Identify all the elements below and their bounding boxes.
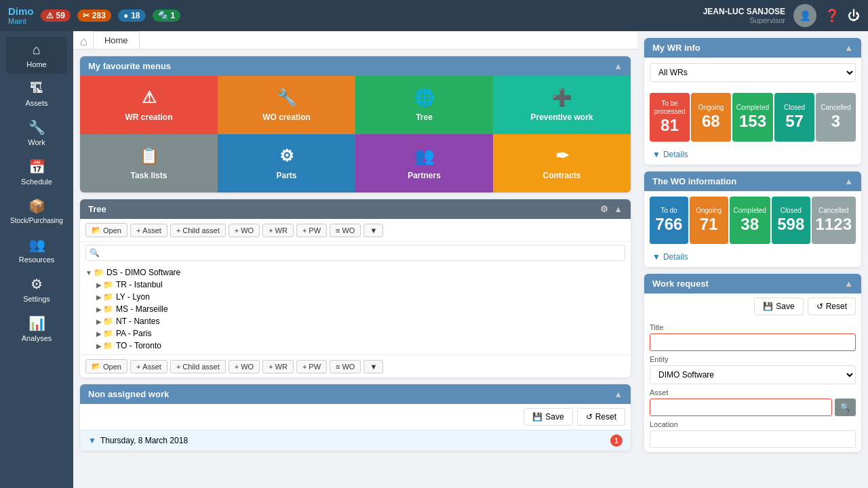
breadcrumb-home-icon[interactable]: ⌂: [80, 35, 87, 49]
tile-task-lists[interactable]: 📋 Task lists: [80, 134, 218, 192]
tree-bottom-wo-btn[interactable]: + WO: [229, 360, 260, 373]
wr-entity-label: Entity: [650, 355, 856, 363]
wr-asset-search-btn[interactable]: 🔍: [835, 399, 856, 416]
sidebar-item-settings[interactable]: ⚙ Settings: [6, 270, 67, 308]
wo-details-link[interactable]: ▼ Details: [644, 249, 861, 267]
logo: Dimo Maint: [8, 6, 34, 26]
tree-node-tr[interactable]: ▶ 📁 TR - Istanbul: [80, 279, 631, 291]
circle-badge-btn[interactable]: ● 18: [118, 9, 146, 22]
wr-title-label: Title: [650, 323, 856, 331]
sidebar-item-assets[interactable]: 🏗 Assets: [6, 75, 67, 113]
contracts-icon: ✒: [555, 146, 569, 165]
tree-wr-btn[interactable]: + WR: [262, 224, 294, 237]
sidebar-item-schedule[interactable]: 📅 Schedule: [6, 153, 67, 191]
tree-node-to[interactable]: ▶ 📁 TO - Toronto: [80, 340, 631, 352]
tree-asset-btn[interactable]: + Asset: [130, 224, 167, 237]
tile-partners[interactable]: 👥 Partners: [355, 134, 493, 192]
wr-dropdown[interactable]: All WRs My WRs Open WRs: [650, 63, 856, 82]
wr-stat-ongoing[interactable]: Ongoing 68: [691, 93, 731, 142]
wr-form-save-btn[interactable]: 💾 Save: [754, 298, 803, 315]
wo-stat-closed[interactable]: Closed 598: [772, 197, 810, 244]
wr-stat-closed[interactable]: Closed 57: [774, 93, 814, 142]
sidebar-item-resources[interactable]: 👥 Resources: [6, 231, 67, 269]
sidebar-item-work[interactable]: 🔧 Work: [6, 114, 67, 152]
non-assigned-reset-btn[interactable]: ↺ Reset: [577, 408, 625, 426]
help-icon[interactable]: ❓: [825, 8, 840, 23]
wrench-badge-btn[interactable]: ✂ 283: [77, 9, 111, 22]
tree-collapse-icon[interactable]: ▲: [614, 204, 623, 214]
wo-stat-cancelled[interactable]: Cancelled 1123: [812, 197, 856, 244]
sidebar-item-settings-label: Settings: [23, 295, 50, 303]
sidebar-item-stock[interactable]: 📦 Stock/Purchasing: [6, 192, 67, 230]
home-icon: ⌂: [33, 42, 41, 58]
tile-parts[interactable]: ⚙ Parts: [218, 134, 355, 192]
alert-badge-btn[interactable]: ⚠ 59: [41, 9, 71, 22]
pin-badge-btn[interactable]: 🔩 1: [153, 9, 181, 22]
wr-asset-input[interactable]: [650, 399, 832, 416]
sidebar-item-analyses[interactable]: 📊 Analyses: [6, 310, 67, 348]
tree-wo-btn[interactable]: + WO: [229, 224, 260, 237]
tree-bottom-child-asset-btn[interactable]: + Child asset: [170, 360, 226, 373]
wo-stat-to-do[interactable]: To do 766: [650, 197, 688, 244]
wr-details-link[interactable]: ▼ Details: [644, 147, 861, 165]
preventive-work-icon: ➕: [552, 88, 572, 107]
avatar[interactable]: 👤: [793, 4, 816, 27]
tile-preventive-work[interactable]: ➕ Preventive work: [493, 76, 631, 134]
non-assigned-date-row[interactable]: ▼ Thursday, 8 March 2018 1: [80, 430, 631, 451]
wo-stat-ongoing-label: Ongoing: [696, 207, 722, 215]
wr-creation-icon: ⚠: [142, 88, 157, 107]
tree-node-ly[interactable]: ▶ 📁 LY - Lyon: [80, 291, 631, 303]
save-icon: 💾: [532, 412, 542, 422]
tree-child-asset-btn[interactable]: + Child asset: [170, 224, 226, 237]
breadcrumb-home-tab[interactable]: Home: [93, 31, 140, 49]
wo-info-collapse-btn[interactable]: ▲: [844, 176, 853, 186]
wr-title-input[interactable]: [650, 333, 856, 351]
add-wo-icon: +: [235, 226, 239, 235]
tree-bottom-open-btn[interactable]: 📂 Open: [85, 359, 127, 373]
wrench-count: 283: [92, 11, 106, 20]
tree-node-ms[interactable]: ▶ 📁 MS - Marseille: [80, 303, 631, 315]
wr-stat-completed-label: Completed: [736, 104, 769, 112]
tree-more-btn[interactable]: ▼: [363, 224, 383, 237]
wr-location-input[interactable]: [650, 430, 856, 448]
non-assigned-collapse-btn[interactable]: ▲: [614, 389, 623, 399]
power-icon[interactable]: ⏻: [848, 9, 860, 23]
wr-info-collapse-btn[interactable]: ▲: [844, 43, 853, 53]
tree-bottom-asset-btn[interactable]: + Asset: [130, 360, 167, 373]
wr-stat-to-be-processed[interactable]: To be processed 81: [650, 93, 690, 142]
wo-stat-closed-value: 598: [777, 215, 804, 234]
tree-wo2-btn[interactable]: ≡ WO: [330, 224, 361, 237]
wr-stat-completed[interactable]: Completed 153: [732, 93, 773, 142]
tree-bottom-pw-btn[interactable]: + PW: [296, 360, 327, 373]
tree-node-pa[interactable]: ▶ 📁 PA - Paris: [80, 327, 631, 340]
wrench-icon: ✂: [83, 11, 90, 20]
tree-node-nt[interactable]: ▶ 📁 NT - Nantes: [80, 315, 631, 327]
wr-entity-select[interactable]: DIMO Software TR - Istanbul LY - Lyon: [650, 365, 856, 384]
tile-contracts[interactable]: ✒ Contracts: [493, 134, 631, 192]
wr-form-collapse-btn[interactable]: ▲: [844, 279, 853, 289]
schedule-icon: 📅: [28, 159, 45, 175]
wr-stat-cancelled[interactable]: Cancelled 3: [816, 93, 856, 142]
card-collapse-btn[interactable]: ▲: [614, 61, 623, 71]
wo-stat-completed[interactable]: Completed 38: [730, 197, 770, 244]
tile-wo-creation[interactable]: 🔧 WO creation: [218, 76, 355, 134]
non-assigned-save-btn[interactable]: 💾 Save: [524, 408, 572, 426]
wo-info-title: The WO information: [652, 176, 736, 186]
work-request-title: Work request: [652, 279, 709, 289]
tree-bottom-more-btn[interactable]: ▼: [363, 360, 383, 373]
tile-tree[interactable]: 🌐 Tree: [355, 76, 493, 134]
tree-open-btn[interactable]: 📂 Open: [85, 223, 127, 237]
tree-gear-icon[interactable]: ⚙: [600, 204, 608, 214]
settings-icon: ⚙: [31, 276, 43, 292]
wr-form-reset-btn[interactable]: ↺ Reset: [808, 298, 856, 315]
folder-ds-icon: 📁: [94, 268, 104, 277]
tree-search-input[interactable]: [85, 245, 625, 261]
tile-wr-creation[interactable]: ⚠ WR creation: [80, 76, 218, 134]
tree-bottom-wo2-btn[interactable]: ≡ WO: [330, 360, 361, 373]
tree-node-ds[interactable]: ▼ 📁 DS - DIMO Software: [80, 266, 631, 279]
sidebar-item-analyses-label: Analyses: [22, 334, 52, 342]
tree-pw-btn[interactable]: + PW: [296, 224, 327, 237]
tree-bottom-wr-btn[interactable]: + WR: [262, 360, 294, 373]
wo-stat-ongoing[interactable]: Ongoing 71: [690, 197, 728, 244]
sidebar-item-home[interactable]: ⌂ Home: [6, 37, 67, 74]
